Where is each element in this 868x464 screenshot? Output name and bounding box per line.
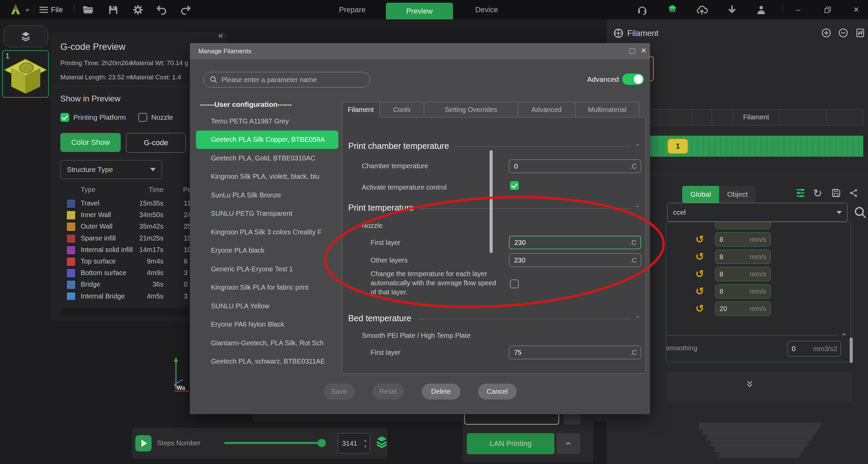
speed-input[interactable]: 8mm/s xyxy=(715,284,771,298)
lan-printing-button[interactable]: LAN Printing xyxy=(467,433,554,454)
dialog-tab-cools[interactable]: Cools xyxy=(379,102,424,117)
panel-scrollbar[interactable] xyxy=(850,337,853,363)
tab-object[interactable]: Object xyxy=(719,186,756,203)
play-button[interactable] xyxy=(135,435,152,451)
dialog-titlebar[interactable]: Manage Filaments ✕ xyxy=(190,43,650,59)
nozzle-other-layers-input[interactable]: 230 .C xyxy=(509,253,641,267)
chamber-temp-input[interactable]: 0 .C xyxy=(509,159,641,173)
divider xyxy=(666,335,837,335)
filament-list-item[interactable]: Geetech PLA Silk Copper, BTBE059A xyxy=(196,131,338,149)
color-show-button[interactable]: Color Show xyxy=(60,133,121,152)
param-search-input[interactable]: ccel xyxy=(667,203,848,222)
app-logo[interactable] xyxy=(9,0,22,19)
bed-first-layer-input[interactable]: 75 .C xyxy=(509,346,641,359)
add-filament-button[interactable] xyxy=(821,28,831,38)
steps-slider[interactable] xyxy=(224,442,326,444)
tab-global[interactable]: Global xyxy=(682,186,719,203)
remove-filament-button[interactable] xyxy=(838,28,848,38)
dialog-scrollbar[interactable] xyxy=(490,150,493,253)
dialog-tab-multimaterial[interactable]: Multimaterial xyxy=(575,102,639,117)
dialog-close-button[interactable]: ✕ xyxy=(641,46,647,55)
auto-temp-checkbox[interactable] xyxy=(510,279,519,288)
dialog-maximize-button[interactable] xyxy=(630,49,635,54)
activate-temp-checkbox[interactable] xyxy=(510,181,519,190)
filament-list-item[interactable]: Temu PETG A11987 Grey xyxy=(196,112,338,131)
gcode-view-button[interactable]: G-code xyxy=(126,133,186,153)
save-button[interactable] xyxy=(108,0,119,19)
file-menu[interactable]: File xyxy=(39,0,63,19)
filament-list-item[interactable]: Eryone PLA black xyxy=(196,241,338,260)
plate-thumbnail[interactable]: 1 xyxy=(2,50,49,98)
filament-list-item[interactable]: Eryone PA6 Nylon Black xyxy=(196,315,338,334)
reset-value-icon[interactable]: ↺ xyxy=(695,285,704,298)
filament-list-item[interactable]: Geetech PLA, schwarz, BTBE0311AE xyxy=(196,352,338,371)
reset-value-icon[interactable]: ↺ xyxy=(695,268,704,281)
reset-value-icon[interactable]: ↺ xyxy=(695,233,704,246)
print-options-caret-button[interactable] xyxy=(556,433,580,454)
filament-list-item[interactable]: SunLu PLA Silk Bronze xyxy=(196,186,338,205)
structure-type-dropdown[interactable]: Structure Type xyxy=(60,160,162,179)
share-preset-button[interactable] xyxy=(849,188,859,198)
reset-value-icon[interactable]: ↺ xyxy=(695,250,704,263)
logo-chevron-down-icon[interactable] xyxy=(24,0,31,19)
tab-prepare[interactable]: Prepare xyxy=(319,0,386,19)
tab-device[interactable]: Device xyxy=(453,0,520,19)
tab-preview[interactable]: Preview xyxy=(386,3,453,19)
open-file-button[interactable] xyxy=(82,0,94,19)
speed-input[interactable]: 20mm/s xyxy=(715,302,771,316)
delete-button[interactable]: Delete xyxy=(422,384,460,400)
collapsed-section[interactable] xyxy=(666,372,852,402)
speed-input[interactable]: 8mm/s xyxy=(715,250,771,264)
filament-list-item[interactable]: Kingroon PLA Silk 3 colors Creality F xyxy=(196,223,338,241)
filament-number-badge[interactable]: 1 xyxy=(667,138,688,154)
filter-params-button[interactable] xyxy=(795,188,806,198)
section-collapse-chevron[interactable] xyxy=(841,331,847,337)
close-button[interactable]: ✕ xyxy=(853,0,859,19)
speed-input[interactable]: 8mm/s xyxy=(715,232,771,247)
nozzle-checkbox[interactable]: Nozzle xyxy=(138,113,173,122)
printing-platform-checkbox[interactable]: Printing Platform xyxy=(60,113,126,122)
chevron-up-icon[interactable]: ⌃ xyxy=(635,315,640,322)
table-scrollbar[interactable] xyxy=(60,308,195,317)
reset-params-button[interactable]: ↻ xyxy=(813,187,822,200)
smoothing-input[interactable]: 0 mm3/s2 xyxy=(787,341,841,356)
filament-list-item[interactable]: Geetech PLA, Gold, BTBE0310AC xyxy=(196,149,338,168)
undo-button[interactable] xyxy=(156,0,167,19)
minimize-button[interactable]: – xyxy=(796,0,800,19)
advanced-toggle[interactable] xyxy=(622,74,644,85)
filament-list-item[interactable]: Generic PLA-Eryone Test 1 xyxy=(196,260,338,278)
steps-number-input[interactable]: 3141 ▲▼ xyxy=(338,433,370,453)
settings-button[interactable] xyxy=(132,0,144,19)
panel-collapse-icon[interactable]: « xyxy=(218,30,223,41)
dialog-tab-setting-overrides[interactable]: Setting Overrides xyxy=(424,102,518,117)
filament-list-item[interactable]: SUNLU PETG Transparent xyxy=(196,205,338,223)
cloud-upload-button[interactable] xyxy=(696,0,708,19)
spinner-arrows[interactable]: ▲▼ xyxy=(363,439,367,448)
chevron-up-icon[interactable]: ⌃ xyxy=(635,143,640,149)
reset-value-icon[interactable]: ↺ xyxy=(695,302,704,315)
filament-list-item[interactable]: Kingroon Silk PLA, violett, black, blu xyxy=(196,168,338,186)
steps-slider-thumb[interactable] xyxy=(318,439,326,447)
account-button[interactable] xyxy=(755,0,767,19)
dialog-tab-filament[interactable]: Filament xyxy=(342,102,380,117)
support-button[interactable] xyxy=(637,0,648,19)
download-button[interactable] xyxy=(726,0,738,19)
nozzle-first-layer-input[interactable]: 230 .C xyxy=(509,236,641,249)
cancel-button[interactable]: Cancel xyxy=(478,384,517,400)
panel-collapse-chevron[interactable] xyxy=(858,30,864,36)
speed-input[interactable]: 8mm/s xyxy=(715,267,771,281)
filament-list-item[interactable]: Kingroon Silk PLA for fabric print xyxy=(196,278,338,297)
dialog-search-input[interactable]: Please enter a parameter name xyxy=(203,72,370,88)
layers-toggle-button[interactable] xyxy=(375,435,388,448)
redo-button[interactable] xyxy=(180,0,191,19)
membership-button[interactable] xyxy=(667,0,678,19)
filament-list-item[interactable]: Giantarm-Geetech, PLA Silk, Rot Sch xyxy=(196,334,338,352)
dialog-tab-advanced[interactable]: Advanced xyxy=(518,102,575,117)
filament-list-item[interactable]: SUNLU PLA Yellow xyxy=(196,297,338,315)
search-icon[interactable] xyxy=(853,205,867,219)
chevron-up-icon[interactable]: ⌃ xyxy=(635,205,640,211)
restore-button[interactable] xyxy=(824,0,831,19)
save-preset-button[interactable] xyxy=(831,188,841,198)
chevron-down-icon xyxy=(150,168,156,171)
plate-layers-button[interactable] xyxy=(3,25,48,47)
